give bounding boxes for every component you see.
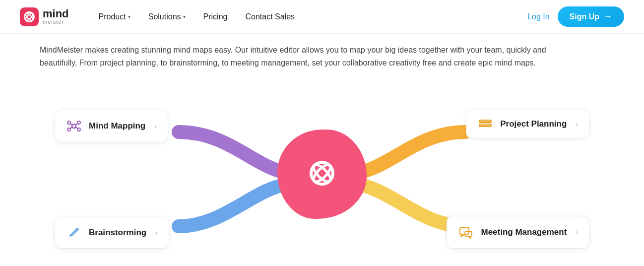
svg-point-7 (72, 124, 76, 128)
svg-line-15 (76, 127, 77, 129)
nav-product[interactable]: Product ▾ (99, 12, 130, 21)
layers-icon (477, 119, 493, 129)
card-meeting-management-label: Meeting Management (481, 227, 567, 237)
nav-solutions[interactable]: Solutions ▾ (148, 12, 186, 21)
header: mind meister Product ▾ Solutions ▾ Prici… (0, 0, 644, 34)
card-brainstorming-label: Brainstorming (89, 228, 146, 238)
svg-line-16 (76, 228, 77, 229)
pencil-icon (66, 226, 82, 239)
chevron-down-icon: ▾ (128, 14, 130, 19)
logo-text: mind meister (43, 8, 69, 25)
chevron-right-icon: › (155, 229, 158, 237)
chevron-right-icon: › (154, 122, 157, 130)
card-project-planning[interactable]: Project Planning › (466, 110, 589, 138)
svg-line-13 (70, 127, 72, 129)
mindmeister-logo-icon (300, 151, 344, 196)
svg-line-12 (70, 124, 72, 125)
center-icon (300, 151, 344, 198)
logo[interactable]: mind meister (20, 7, 69, 26)
svg-rect-0 (20, 7, 39, 26)
signup-button[interactable]: Sign Up → (558, 6, 624, 27)
chat-icon (458, 225, 474, 239)
card-brainstorming[interactable]: Brainstorming › (55, 217, 169, 249)
svg-rect-21 (460, 227, 469, 234)
chevron-right-icon: › (576, 120, 578, 128)
header-actions: Log In Sign Up → (527, 6, 624, 27)
chevron-right-icon: › (576, 228, 578, 236)
svg-point-10 (77, 121, 80, 124)
card-mind-mapping-label: Mind Mapping (89, 121, 145, 131)
nav-pricing[interactable]: Pricing (203, 12, 228, 21)
main-nav: Product ▾ Solutions ▾ Pricing Contact Sa… (99, 12, 528, 21)
chevron-down-icon: ▾ (183, 14, 186, 19)
svg-point-8 (67, 121, 70, 124)
network-icon (66, 119, 82, 133)
arrow-icon: → (603, 11, 612, 22)
mindmap-section: Mind Mapping › Brainstorming › (40, 85, 604, 264)
login-button[interactable]: Log In (527, 12, 549, 21)
card-meeting-management[interactable]: Meeting Management › (447, 216, 589, 249)
svg-point-9 (67, 128, 70, 131)
card-project-planning-label: Project Planning (500, 119, 567, 129)
nav-contact-sales[interactable]: Contact Sales (245, 12, 295, 21)
svg-point-11 (77, 128, 80, 131)
logo-sub: meister (43, 19, 69, 25)
main-content: MindMeister makes creating stunning mind… (0, 34, 644, 264)
description-text: MindMeister makes creating stunning mind… (40, 44, 585, 70)
card-mind-mapping[interactable]: Mind Mapping › (55, 110, 168, 142)
logo-brand: mind (43, 8, 69, 19)
svg-line-14 (76, 124, 77, 125)
logo-icon (20, 7, 39, 26)
